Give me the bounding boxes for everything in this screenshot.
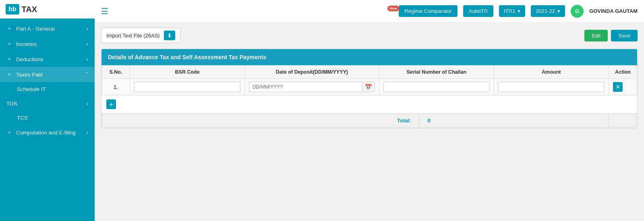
hamburger-icon[interactable]: ☰ bbox=[101, 6, 108, 16]
total-row: Total: 0 bbox=[102, 114, 637, 128]
import-icon[interactable]: ⬇ bbox=[164, 31, 175, 40]
total-table: Total: 0 bbox=[101, 113, 637, 128]
col-serial: Serial Number of Challan bbox=[379, 66, 494, 79]
sidebar-item-tcs[interactable]: TCS bbox=[0, 111, 95, 125]
edit-button[interactable]: Edit bbox=[584, 30, 608, 41]
itr1-chevron-icon: ▾ bbox=[518, 8, 520, 14]
date-input[interactable] bbox=[249, 82, 361, 92]
plus-icon-computation: ＋ bbox=[6, 129, 12, 136]
sidebar-label-deductions: Deductions bbox=[16, 56, 43, 62]
add-row-area: ＋ bbox=[101, 95, 637, 113]
toolbar-row: Import Text File (26AS) ⬇ Edit Save bbox=[101, 28, 638, 43]
serial-input[interactable] bbox=[383, 82, 490, 92]
year-chevron-icon: ▾ bbox=[557, 8, 560, 14]
itr1-label: ITR1 bbox=[504, 8, 515, 14]
arrow-icon-deductions: › bbox=[86, 56, 88, 62]
arrow-icon-taxes-paid: ˅ bbox=[85, 71, 88, 78]
col-sno: S.No. bbox=[102, 66, 130, 79]
main-area: ☰ New Regime Comparator AutoITR ITR1 ▾ 2… bbox=[95, 0, 644, 221]
itr1-button[interactable]: ITR1 ▾ bbox=[499, 5, 525, 17]
regime-comparator-wrapper: New Regime Comparator bbox=[386, 5, 457, 17]
plus-icon-part-a: ＋ bbox=[6, 25, 12, 32]
sidebar-label-part-a: Part A - General bbox=[16, 26, 55, 32]
arrow-icon-part-a: › bbox=[86, 25, 88, 32]
plus-icon-deductions: ＋ bbox=[6, 56, 12, 63]
amount-input[interactable] bbox=[498, 82, 605, 92]
sidebar-item-incomes[interactable]: ＋ Incomes › bbox=[0, 36, 95, 52]
sidebar-item-taxes-paid[interactable]: ＋ Taxes Paid ˅ bbox=[0, 67, 95, 82]
cell-serial bbox=[379, 79, 494, 95]
action-buttons: Edit Save bbox=[584, 30, 638, 41]
sidebar-item-computation[interactable]: ＋ Computation and E-filing › bbox=[0, 125, 95, 140]
cell-bsr bbox=[130, 79, 245, 95]
logo-area: hb TAX bbox=[0, 0, 95, 19]
import-group: Import Text File (26AS) ⬇ bbox=[101, 28, 180, 43]
sidebar-label-taxes-paid: Taxes Paid bbox=[16, 72, 43, 78]
table-body: 1. 📅 bbox=[102, 79, 637, 95]
arrow-icon-tds: › bbox=[86, 100, 88, 107]
sidebar-label-tcs: TCS bbox=[17, 115, 28, 121]
save-button[interactable]: Save bbox=[611, 30, 638, 41]
sidebar-nav: ＋ Part A - General › ＋ Incomes › ＋ Deduc… bbox=[0, 19, 95, 221]
topnav: ☰ New Regime Comparator AutoITR ITR1 ▾ 2… bbox=[95, 0, 644, 22]
delete-row-button[interactable]: ✕ bbox=[613, 82, 623, 92]
sidebar-item-part-a-general[interactable]: ＋ Part A - General › bbox=[0, 21, 95, 36]
card-header: Details of Advance Tax and Self Assessme… bbox=[101, 49, 637, 65]
sidebar-label-tds: TDS bbox=[6, 101, 17, 107]
table-header: S.No. BSR Code Date of Deposit(DD/MM/YYY… bbox=[102, 66, 637, 79]
advance-tax-table: S.No. BSR Code Date of Deposit(DD/MM/YYY… bbox=[101, 65, 637, 95]
cell-action: ✕ bbox=[609, 79, 637, 95]
add-row-button[interactable]: ＋ bbox=[106, 99, 116, 109]
logo-hb: hb bbox=[6, 4, 19, 14]
sidebar-label-computation: Computation and E-filing bbox=[16, 130, 76, 136]
col-bsr: BSR Code bbox=[130, 66, 245, 79]
sidebar-label-schedule-it: Schedule IT bbox=[17, 86, 46, 92]
sidebar: hb TAX ＋ Part A - General › ＋ Incomes › … bbox=[0, 0, 95, 221]
arrow-icon-incomes: › bbox=[86, 41, 88, 47]
sidebar-label-incomes: Incomes bbox=[16, 41, 37, 47]
plus-icon-incomes: ＋ bbox=[6, 40, 12, 48]
content-area: Import Text File (26AS) ⬇ Edit Save Deta… bbox=[95, 22, 644, 221]
year-label: 2021-22 bbox=[536, 8, 555, 14]
col-date: Date of Deposit(DD/MM/YYYY) bbox=[245, 66, 379, 79]
sidebar-item-deductions[interactable]: ＋ Deductions › bbox=[0, 52, 95, 67]
arrow-icon-computation: › bbox=[86, 129, 88, 136]
sidebar-item-schedule-it[interactable]: Schedule IT bbox=[0, 82, 95, 96]
col-action: Action bbox=[609, 66, 637, 79]
import-label: Import Text File (26AS) bbox=[106, 33, 160, 39]
plus-icon-taxes-paid: ＋ bbox=[6, 71, 12, 78]
sno-value: 1. bbox=[114, 84, 118, 90]
autoitr-button[interactable]: AutoITR bbox=[463, 5, 494, 17]
total-label: Total: bbox=[102, 114, 419, 128]
calendar-icon[interactable]: 📅 bbox=[362, 82, 375, 92]
logo-tax: TAX bbox=[22, 5, 37, 14]
table-row: 1. 📅 bbox=[102, 79, 637, 95]
user-avatar: G bbox=[571, 5, 584, 18]
bsr-code-input[interactable] bbox=[134, 82, 240, 92]
user-name: GOVINDA GAUTAM bbox=[589, 8, 638, 14]
col-amount: Amount bbox=[494, 66, 609, 79]
regime-comparator-button[interactable]: Regime Comparator bbox=[399, 5, 457, 17]
sidebar-item-tds[interactable]: TDS › bbox=[0, 96, 95, 111]
cell-amount bbox=[494, 79, 609, 95]
new-badge: New bbox=[387, 6, 399, 11]
date-input-wrapper: 📅 bbox=[249, 82, 375, 92]
main-card: Details of Advance Tax and Self Assessme… bbox=[101, 49, 638, 128]
cell-date: 📅 bbox=[245, 79, 379, 95]
year-button[interactable]: 2021-22 ▾ bbox=[531, 5, 565, 17]
cell-sno: 1. bbox=[102, 79, 130, 95]
total-value: 0 bbox=[419, 114, 609, 128]
